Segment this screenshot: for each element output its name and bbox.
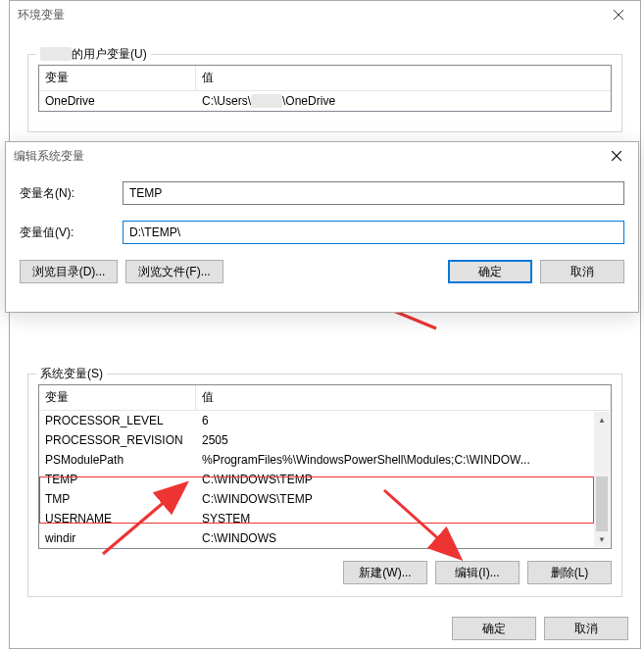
- cancel-button[interactable]: 取消: [540, 260, 624, 283]
- user-vars-group: XXXX的用户变量(U) 变量 值 OneDrive C:\Users\XXXX…: [27, 54, 622, 132]
- var-value-input[interactable]: [123, 221, 624, 244]
- system-vars-title: 系统变量(S): [36, 366, 107, 382]
- scroll-thumb[interactable]: [596, 476, 608, 531]
- var-name-input[interactable]: [123, 181, 624, 205]
- table-row[interactable]: TMP C:\WINDOWS\TEMP: [39, 489, 594, 509]
- environment-variables-window: 环境变量 XXXX的用户变量(U) 变量 值 OneDrive C:\Users…: [9, 0, 641, 649]
- col-variable[interactable]: 变量: [39, 66, 196, 90]
- user-vars-title: XXXX的用户变量(U): [36, 46, 151, 63]
- sys-table-header: 变量 值: [39, 385, 611, 411]
- close-button[interactable]: [594, 142, 638, 170]
- table-row[interactable]: PSModulePath %ProgramFiles%\WindowsPower…: [39, 450, 594, 470]
- table-row[interactable]: USERNAME SYSTEM: [39, 509, 594, 528]
- edit-window-title: 编辑系统变量: [14, 148, 594, 165]
- col-variable[interactable]: 变量: [39, 385, 196, 410]
- edit-variable-dialog: 编辑系统变量 变量名(N): 变量值(V): 浏览目录(D)... 浏览文件(F…: [5, 141, 639, 313]
- system-vars-group: 系统变量(S) 变量 值 PROCESSOR_LEVEL 6 PROCESSOR…: [27, 374, 622, 597]
- close-icon: [614, 10, 623, 20]
- env-window-title: 环境变量: [18, 7, 596, 24]
- table-row[interactable]: PROCESSOR_REVISION 2505: [39, 430, 594, 450]
- var-name-label: 变量名(N):: [20, 185, 123, 202]
- col-value[interactable]: 值: [196, 66, 611, 90]
- user-vars-table[interactable]: 变量 值 OneDrive C:\Users\XXXX\OneDrive: [38, 65, 612, 112]
- browse-dir-button[interactable]: 浏览目录(D)...: [20, 260, 118, 283]
- edit-button[interactable]: 编辑(I)...: [435, 561, 520, 584]
- new-button[interactable]: 新建(W)...: [343, 561, 427, 584]
- scroll-up-icon[interactable]: ▲: [594, 412, 610, 427]
- table-row[interactable]: OneDrive C:\Users\XXXX\OneDrive: [39, 91, 611, 111]
- close-icon: [612, 151, 621, 161]
- ok-button[interactable]: 确定: [452, 617, 536, 640]
- close-button[interactable]: [596, 1, 640, 28]
- scrollbar[interactable]: ▲ ▼: [594, 412, 610, 547]
- delete-button[interactable]: 删除(L): [527, 561, 612, 584]
- masked-username: XXXX: [251, 94, 282, 108]
- table-row[interactable]: PROCESSOR_LEVEL 6: [39, 411, 594, 430]
- edit-titlebar: 编辑系统变量: [6, 142, 638, 170]
- ok-button[interactable]: 确定: [448, 260, 532, 283]
- env-titlebar: 环境变量: [10, 1, 640, 28]
- user-table-header: 变量 值: [39, 66, 611, 91]
- var-value-label: 变量值(V):: [20, 225, 123, 241]
- system-vars-table[interactable]: 变量 值 PROCESSOR_LEVEL 6 PROCESSOR_REVISIO…: [38, 384, 612, 549]
- table-row[interactable]: windir C:\WINDOWS: [39, 528, 594, 548]
- masked-username: XXXX: [40, 47, 72, 61]
- cancel-button[interactable]: 取消: [544, 617, 628, 640]
- col-value[interactable]: 值: [196, 385, 611, 410]
- table-row[interactable]: TEMP C:\WINDOWS\TEMP: [39, 470, 594, 489]
- scroll-down-icon[interactable]: ▼: [594, 531, 610, 547]
- browse-file-button[interactable]: 浏览文件(F)...: [125, 260, 223, 283]
